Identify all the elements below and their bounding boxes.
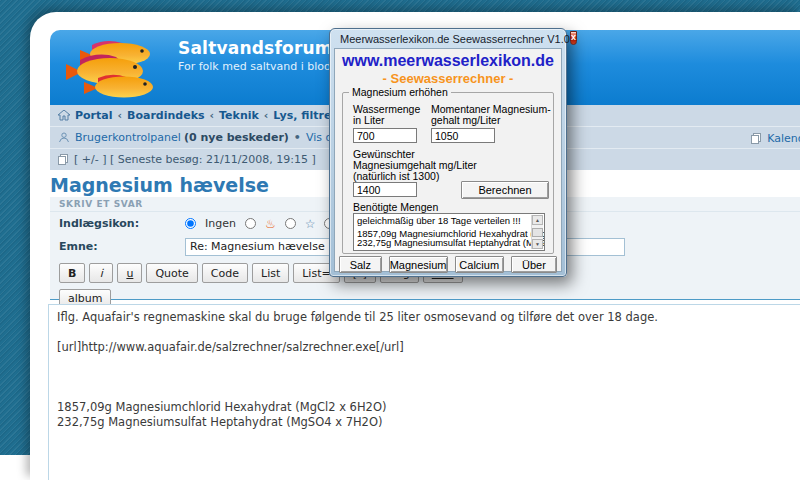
- user-control-panel-link[interactable]: Brugerkontrolpanel: [75, 131, 181, 144]
- list-button[interactable]: List: [252, 263, 289, 283]
- quote-button[interactable]: Quote: [146, 263, 197, 283]
- ueber-button[interactable]: Über: [511, 256, 557, 273]
- breadcrumb-boardindeks[interactable]: Boardindeks: [127, 109, 204, 122]
- message-line: [57, 355, 793, 370]
- breadcrumb-separator: ‹: [210, 109, 215, 122]
- breadcrumb-separator: ‹: [118, 109, 123, 122]
- result-line: geleichmäßig über 18 Tage verteilen !!!: [357, 216, 528, 225]
- desired-magnesium-label: Gewünschter Magnesiumgehalt mg/Liter (na…: [353, 149, 477, 182]
- page-icon: [58, 154, 69, 165]
- seewasserrechner-dialog: Meerwasserlexikon.de Seewasserrechner V1…: [329, 28, 567, 277]
- scroll-up-icon[interactable]: ▲: [532, 215, 543, 225]
- screen: Saltvandsforum DK For folk med saltvand …: [0, 0, 800, 480]
- scroll-down-icon[interactable]: ▼: [532, 239, 543, 249]
- code-button[interactable]: Code: [202, 263, 248, 283]
- message-line: [57, 370, 793, 385]
- result-textbox[interactable]: geleichmäßig über 18 Tage verteilen !!! …: [353, 213, 545, 251]
- message-line: [57, 325, 793, 340]
- dialog-client-area: www.meerwasserlexikon.de - Seewasserrech…: [334, 48, 562, 272]
- message-line: 232,75g Magnesiumsulfat Heptahydrat (MgS…: [57, 415, 793, 430]
- magnesium-groupbox: Magnesium erhöhen Wassermenge in Liter M…: [342, 92, 554, 254]
- fish-logo: [58, 32, 176, 104]
- close-icon: x: [571, 32, 576, 42]
- star-icon: ☆: [305, 218, 316, 230]
- magnesium-button[interactable]: Magnesium: [389, 256, 448, 273]
- site-link[interactable]: www.meerwasserlexikon.de: [335, 52, 561, 70]
- dialog-titlebar[interactable]: Meerwasserlexikon.de Seewasserrechner V1…: [330, 29, 566, 47]
- underline-button[interactable]: u: [117, 263, 142, 283]
- result-line: 232,75g Magnesiumsulfat Heptahydrat (MgS…: [357, 238, 528, 247]
- breadcrumb-teknik[interactable]: Teknik: [219, 109, 259, 122]
- current-magnesium-input[interactable]: [431, 128, 495, 143]
- calendar-link[interactable]: Kalender: [767, 132, 800, 145]
- breadcrumb-portal[interactable]: Portal: [75, 109, 113, 122]
- subject-label: Emne:: [59, 240, 185, 253]
- bold-button[interactable]: B: [59, 263, 85, 283]
- result-scrollbar[interactable]: ▲ ▼: [531, 215, 543, 249]
- calculate-button[interactable]: Berechnen: [461, 181, 549, 199]
- last-visit-text[interactable]: [ +/- ] [ Seneste besøg: 21/11/2008, 19:…: [74, 153, 316, 166]
- current-magnesium-label: Momentaner Magnesium- gehalt mg/Liter: [431, 104, 551, 126]
- result-label: Benötigte Mengen: [353, 202, 438, 213]
- dialog-button-row: Salz Magnesium Calcium Über: [339, 256, 557, 273]
- message-line: [57, 385, 793, 400]
- scrollbar-thumb[interactable]: [532, 228, 543, 237]
- home-icon: [58, 110, 70, 121]
- user-icon: [58, 132, 70, 143]
- italic-button[interactable]: i: [89, 263, 113, 283]
- dialog-subtitle: - Seewasserrechner -: [335, 71, 561, 86]
- water-amount-input[interactable]: [353, 128, 417, 143]
- dialog-title: Meerwasserlexikon.de Seewasserrechner V1…: [340, 33, 570, 45]
- calendar-page-icon: [751, 133, 762, 144]
- close-button[interactable]: x: [570, 31, 577, 45]
- message-line: Iflg. Aquafair's regnemaskine skal du br…: [57, 310, 793, 325]
- groupbox-title: Magnesium erhöhen: [349, 86, 451, 98]
- bullet-separator: •: [294, 131, 301, 144]
- message-textarea[interactable]: Iflg. Aquafair's regnemaskine skal du br…: [48, 304, 800, 480]
- fire-icon: ♨: [265, 218, 276, 230]
- desired-magnesium-input[interactable]: [353, 182, 417, 197]
- water-amount-label: Wassermenge in Liter: [353, 104, 420, 126]
- salz-button[interactable]: Salz: [339, 256, 382, 273]
- message-line: [url]http://www.aquafair.de/salzrechner/…: [57, 340, 793, 355]
- post-icon-radio-fire[interactable]: [245, 218, 256, 229]
- breadcrumb-separator: ‹: [264, 109, 269, 122]
- post-icon-label: Indlægsikon:: [59, 217, 185, 230]
- page-title: Magnesium hævelse: [50, 174, 269, 196]
- post-icon-none-label: Ingen: [205, 217, 236, 230]
- message-line: 1857,09g Magnesiumchlorid Hexahydrat (Mg…: [57, 400, 793, 415]
- calcium-button[interactable]: Calcium: [455, 256, 504, 273]
- new-messages-count: (0 nye beskeder): [184, 131, 289, 144]
- post-icon-radio-none[interactable]: [185, 218, 196, 229]
- post-icon-radio-star[interactable]: [285, 218, 296, 229]
